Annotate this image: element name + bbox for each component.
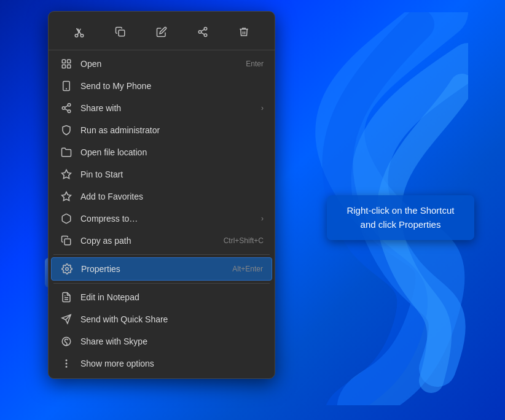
share-toolbar-button[interactable] xyxy=(191,20,214,44)
send-to-phone-icon xyxy=(60,79,73,93)
edit-in-notepad-label: Edit in Notepad xyxy=(80,292,264,302)
compress-to-label: Compress to… xyxy=(80,214,261,224)
svg-point-29 xyxy=(66,367,67,368)
tooltip-box: Right-click on the Shortcut and click Pr… xyxy=(327,195,474,240)
svg-point-7 xyxy=(198,31,202,34)
properties-label: Properties xyxy=(81,264,226,274)
menu-item-compress-to[interactable]: Compress to…› xyxy=(51,208,272,230)
copy-as-path-icon xyxy=(60,234,73,247)
menu-item-send-to-phone[interactable]: Send to My Phone xyxy=(51,75,272,97)
menu-item-pin-to-start[interactable]: Pin to Start xyxy=(51,163,272,185)
menu-items-list: OpenEnterSend to My PhoneShare with›Run … xyxy=(49,53,275,375)
open-file-location-icon xyxy=(60,146,73,159)
svg-point-19 xyxy=(68,110,71,113)
send-quick-share-label: Send with Quick Share xyxy=(80,314,264,324)
pin-to-start-label: Pin to Start xyxy=(80,169,264,179)
menu-item-send-quick-share[interactable]: Send with Quick Share xyxy=(51,308,272,330)
svg-point-6 xyxy=(204,28,207,31)
svg-point-8 xyxy=(204,34,207,37)
svg-point-17 xyxy=(68,104,71,107)
share-skype-label: Share with Skype xyxy=(80,336,264,346)
properties-shortcut: Alt+Enter xyxy=(232,265,263,273)
menu-item-show-more-options[interactable]: Show more options xyxy=(51,352,272,375)
menu-item-open-file-location[interactable]: Open file location xyxy=(51,141,272,163)
svg-point-0 xyxy=(75,34,78,37)
compress-to-icon xyxy=(60,212,73,225)
menu-item-run-as-admin[interactable]: Run as administrator xyxy=(51,119,272,141)
svg-point-1 xyxy=(80,34,84,37)
menu-item-open[interactable]: OpenEnter xyxy=(51,53,272,75)
tooltip-line2: and click Properties xyxy=(361,219,441,230)
share-with-icon xyxy=(60,101,73,115)
add-to-favorites-label: Add to Favorites xyxy=(80,192,264,201)
run-as-admin-label: Run as administrator xyxy=(80,125,264,135)
open-label: Open xyxy=(80,59,240,69)
svg-point-18 xyxy=(62,107,65,110)
menu-item-edit-in-notepad[interactable]: Edit in Notepad xyxy=(51,286,272,308)
share-skype-icon xyxy=(60,335,73,348)
menu-item-share-with[interactable]: Share with› xyxy=(51,97,272,119)
show-more-options-icon xyxy=(60,357,73,370)
menu-divider-before-properties xyxy=(53,254,270,255)
menu-toolbar xyxy=(49,15,275,50)
tooltip-line1: Right-click on the Shortcut xyxy=(346,205,454,216)
open-shortcut: Enter xyxy=(246,60,264,68)
menu-divider-after-properties xyxy=(53,283,270,284)
run-as-admin-icon xyxy=(60,123,73,137)
send-quick-share-icon xyxy=(60,313,73,326)
copy-as-path-label: Copy as path xyxy=(80,236,217,246)
svg-rect-11 xyxy=(62,60,65,63)
compress-to-arrow: › xyxy=(261,214,264,223)
svg-line-21 xyxy=(65,106,68,107)
svg-rect-5 xyxy=(119,30,125,36)
share-with-arrow: › xyxy=(261,104,264,112)
cut-button[interactable] xyxy=(68,20,91,44)
svg-rect-14 xyxy=(68,65,71,68)
svg-point-26 xyxy=(62,337,71,346)
show-more-options-label: Show more options xyxy=(80,359,264,368)
menu-item-add-to-favorites[interactable]: Add to Favorites xyxy=(51,185,272,208)
copy-button[interactable] xyxy=(109,20,132,44)
edit-in-notepad-icon xyxy=(60,290,73,304)
delete-button[interactable] xyxy=(232,20,256,44)
add-to-favorites-icon xyxy=(60,190,73,203)
menu-item-properties[interactable]: PropertiesAlt+Enter xyxy=(51,257,272,281)
menu-item-copy-as-path[interactable]: Copy as pathCtrl+Shift+C xyxy=(51,230,272,252)
rename-button[interactable] xyxy=(150,20,173,44)
share-with-label: Share with xyxy=(80,103,261,113)
svg-rect-13 xyxy=(62,65,65,68)
svg-line-10 xyxy=(202,29,205,31)
open-file-location-label: Open file location xyxy=(80,147,264,157)
svg-line-20 xyxy=(65,109,68,111)
svg-rect-22 xyxy=(65,239,71,245)
svg-point-28 xyxy=(66,363,67,364)
properties-icon xyxy=(60,262,74,276)
copy-as-path-shortcut: Ctrl+Shift+C xyxy=(224,236,264,245)
menu-item-share-skype[interactable]: Share with Skype xyxy=(51,330,272,352)
svg-rect-12 xyxy=(68,60,71,63)
svg-line-9 xyxy=(202,33,205,34)
send-to-phone-label: Send to My Phone xyxy=(80,81,264,91)
open-icon xyxy=(60,57,73,71)
svg-point-23 xyxy=(66,268,69,271)
svg-point-27 xyxy=(66,360,67,361)
pin-to-start-icon xyxy=(60,168,73,181)
context-menu: OpenEnterSend to My PhoneShare with›Run … xyxy=(48,11,275,379)
